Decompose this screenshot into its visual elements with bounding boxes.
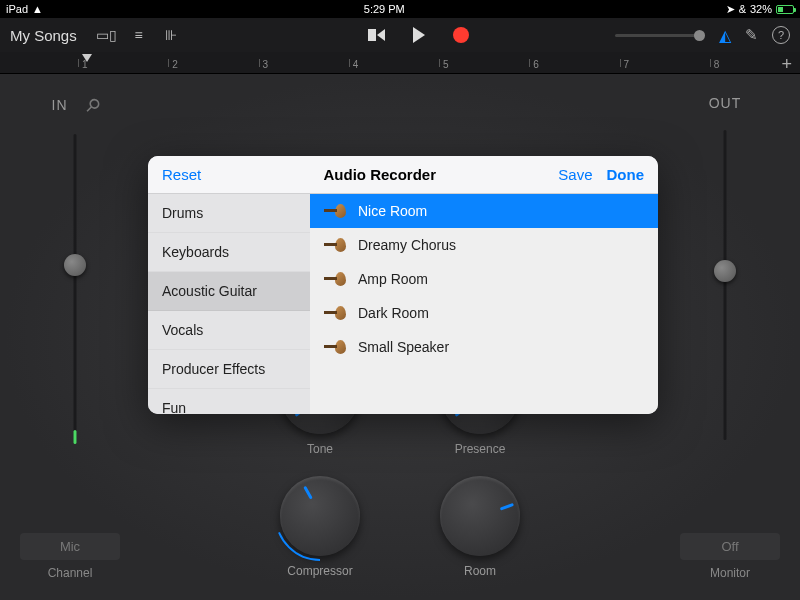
view-tracks-icon[interactable]: ≡ <box>127 24 151 46</box>
channel-label: Channel <box>20 566 120 580</box>
timeline-ruler[interactable]: 1 2 3 4 5 6 7 8 + <box>0 52 800 74</box>
input-plug-icon[interactable]: ⚲ <box>80 93 105 118</box>
category-item[interactable]: Drums <box>148 194 310 233</box>
monitor-toggle-button[interactable]: Off <box>680 533 780 560</box>
main-panel: IN ⚲ OUT Tone Presence Compressor <box>0 74 800 600</box>
input-gain-slider[interactable] <box>60 134 90 444</box>
location-icon: ➤ <box>726 3 735 16</box>
play-button[interactable] <box>407 24 431 46</box>
preset-list: Nice Room Dreamy Chorus Amp Room Dark Ro… <box>310 194 658 414</box>
device-label: iPad <box>6 3 28 15</box>
knob-label: Room <box>440 564 520 578</box>
clock: 5:29 PM <box>43 3 726 15</box>
monitor-label: Monitor <box>680 566 780 580</box>
category-item[interactable]: Keyboards <box>148 233 310 272</box>
preset-label: Amp Room <box>358 271 428 287</box>
guitar-icon <box>324 204 346 218</box>
settings-wrench-icon[interactable]: ✎ <box>745 26 758 44</box>
view-browser-icon[interactable]: ▭▯ <box>95 24 119 46</box>
guitar-icon <box>324 238 346 252</box>
category-item[interactable]: Producer Effects <box>148 350 310 389</box>
knob-label: Compressor <box>280 564 360 578</box>
preset-item[interactable]: Small Speaker <box>310 330 658 364</box>
preset-item[interactable]: Amp Room <box>310 262 658 296</box>
knob-label: Presence <box>440 442 520 456</box>
rewind-button[interactable] <box>365 24 389 46</box>
category-list: Drums Keyboards Acoustic Guitar Vocals P… <box>148 194 310 414</box>
preset-popover: Reset Audio Recorder Save Done Drums Key… <box>148 156 658 414</box>
guitar-icon <box>324 272 346 286</box>
compressor-knob[interactable] <box>280 476 360 556</box>
toolbar: My Songs ▭▯ ≡ ⊪ ◭ ✎ ? <box>0 18 800 52</box>
knob-label: Tone <box>280 442 360 456</box>
guitar-icon <box>324 340 346 354</box>
preset-item[interactable]: Nice Room <box>310 194 658 228</box>
metronome-icon[interactable]: ◭ <box>719 26 731 45</box>
ruler-tick: 3 <box>259 59 349 67</box>
add-track-button[interactable]: + <box>781 54 792 75</box>
popover-title: Audio Recorder <box>201 166 558 183</box>
output-label: OUT <box>709 95 742 111</box>
ruler-tick: 7 <box>620 59 710 67</box>
master-volume-slider[interactable] <box>615 34 705 37</box>
bluetooth-icon: & <box>739 3 746 15</box>
help-icon[interactable]: ? <box>772 26 790 44</box>
ruler-tick: 6 <box>529 59 619 67</box>
status-bar: iPad ▲ 5:29 PM ➤ & 32% <box>0 0 800 18</box>
ruler-tick: 4 <box>349 59 439 67</box>
preset-label: Dreamy Chorus <box>358 237 456 253</box>
preset-label: Dark Room <box>358 305 429 321</box>
preset-item[interactable]: Dark Room <box>310 296 658 330</box>
save-button[interactable]: Save <box>558 166 592 183</box>
wifi-icon: ▲ <box>32 3 43 15</box>
category-item[interactable]: Fun <box>148 389 310 414</box>
ruler-tick: 1 <box>78 59 168 67</box>
room-knob[interactable] <box>440 476 520 556</box>
preset-label: Nice Room <box>358 203 427 219</box>
battery-icon <box>776 5 794 14</box>
preset-item[interactable]: Dreamy Chorus <box>310 228 658 262</box>
category-item[interactable]: Vocals <box>148 311 310 350</box>
guitar-icon <box>324 306 346 320</box>
channel-source-button[interactable]: Mic <box>20 533 120 560</box>
mixer-icon[interactable]: ⊪ <box>159 24 183 46</box>
reset-button[interactable]: Reset <box>162 166 201 183</box>
ruler-tick: 5 <box>439 59 529 67</box>
category-item[interactable]: Acoustic Guitar <box>148 272 310 311</box>
input-label: IN <box>52 97 68 113</box>
preset-label: Small Speaker <box>358 339 449 355</box>
battery-pct: 32% <box>750 3 772 15</box>
record-button[interactable] <box>449 24 473 46</box>
output-gain-slider[interactable] <box>710 130 740 440</box>
my-songs-button[interactable]: My Songs <box>10 27 77 44</box>
done-button[interactable]: Done <box>607 166 645 183</box>
ruler-tick: 2 <box>168 59 258 67</box>
